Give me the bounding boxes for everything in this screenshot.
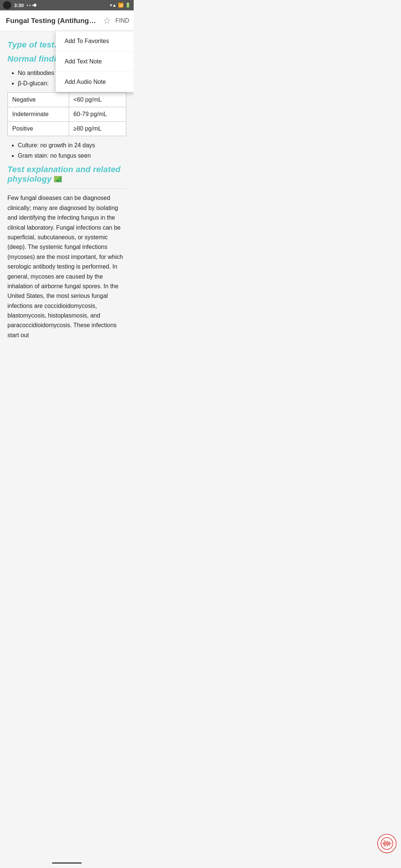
status-icons: ▾▲ 📶 🔋 [110, 3, 131, 8]
signal-icon: 📶 [118, 3, 124, 8]
body-paragraph: Few fungal diseases can be diagnosed cli… [7, 193, 126, 340]
table-row: Negative <60 pg/mL [8, 93, 126, 107]
table-cell-positive-val: ≥80 pg/mL [69, 122, 126, 136]
table-cell-negative-val: <60 pg/mL [69, 93, 126, 107]
status-squares: ▪ ▪ ▪ [27, 3, 33, 7]
dropdown-menu: Add To Favorites Add Text Note Add Audio… [56, 31, 134, 92]
battery-icon: 🔋 [125, 3, 131, 8]
favorites-star-icon[interactable]: ☆ [100, 13, 114, 29]
status-dot [33, 4, 36, 7]
status-time: 3:30 [14, 3, 24, 8]
page-title: Fungal Testing (Antifungal A... [6, 17, 100, 25]
wifi-icon: ▾▲ [110, 3, 117, 8]
table-cell-indeterminate: Indeterminate [8, 107, 69, 122]
table-cell-negative: Negative [8, 93, 69, 107]
test-explanation-image-icon [54, 176, 62, 183]
app-bar: Fungal Testing (Antifungal A... ☆ FIND [0, 10, 134, 31]
table-cell-positive: Positive [8, 122, 69, 136]
normal-findings-bullets-2: Culture: no growth in 24 days Gram stain… [7, 141, 126, 160]
table-row: Indeterminate 60-79 pg/mL [8, 107, 126, 122]
section-divider [7, 188, 126, 189]
find-button[interactable]: FIND [114, 14, 131, 27]
glucan-table: Negative <60 pg/mL Indeterminate 60-79 p… [7, 92, 126, 136]
add-audio-note-item[interactable]: Add Audio Note [56, 72, 134, 92]
bullet-item: Culture: no growth in 24 days [18, 141, 126, 150]
status-bar: 3:30 ▪ ▪ ▪ ▾▲ 📶 🔋 [0, 0, 134, 10]
bullet-item: Gram stain: no fungus seen [18, 151, 126, 161]
add-to-favorites-item[interactable]: Add To Favorites [56, 31, 134, 52]
add-text-note-item[interactable]: Add Text Note [56, 52, 134, 72]
test-explanation-heading: Test explanation and related physiology [7, 165, 126, 184]
table-cell-indeterminate-val: 60-79 pg/mL [69, 107, 126, 122]
camera-notch [3, 1, 11, 9]
table-row: Positive ≥80 pg/mL [8, 122, 126, 136]
